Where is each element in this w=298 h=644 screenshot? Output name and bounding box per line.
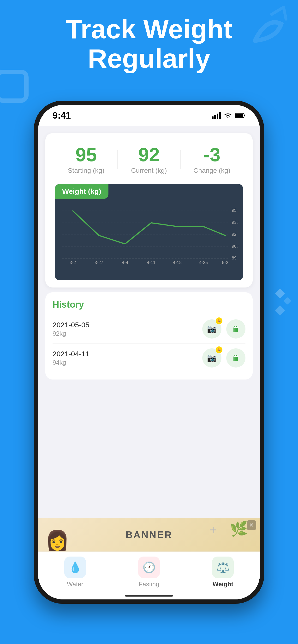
bg-decoration-left: [0, 67, 36, 110]
weight-icon: ⚖️: [216, 561, 230, 574]
svg-rect-3: [217, 114, 218, 119]
battery-icon: [235, 113, 245, 118]
banner-plus: +: [210, 523, 217, 537]
change-value: -3: [181, 145, 243, 164]
water-icon: 💧: [69, 561, 82, 574]
svg-text:3-27: 3-27: [95, 260, 103, 265]
change-label: Change (kg): [181, 167, 243, 174]
history-date-2: 2021-04-11: [53, 350, 89, 358]
stats-card: 95 Starting (kg) 92 Current (kg) -3 Chan…: [45, 133, 253, 288]
fasting-icon: 🕐: [142, 561, 156, 574]
history-item-2: 2021-04-11 94kg 📷 👑 🗑: [53, 344, 245, 372]
home-indicator: [125, 595, 173, 596]
chart-body: 95 93.5 92 90.5 89 3-2: [55, 199, 243, 280]
history-actions-2: 📷 👑 🗑: [202, 348, 245, 368]
history-actions-1: 📷 👑 🗑: [202, 319, 245, 338]
starting-label: Starting (kg): [55, 167, 117, 174]
svg-text:93.5: 93.5: [232, 220, 238, 225]
phone-screen: 9:41: [38, 105, 260, 600]
stat-change: -3 Change (kg): [181, 145, 243, 174]
nav-item-water[interactable]: 💧 Water: [38, 556, 112, 588]
weight-chart: Weight (kg) 95: [55, 184, 243, 280]
svg-text:95: 95: [232, 208, 237, 213]
starting-value: 95: [55, 145, 117, 164]
svg-text:90.5: 90.5: [232, 244, 238, 249]
camera-icon-2: 📷: [207, 354, 217, 362]
status-time: 9:41: [53, 110, 71, 121]
stat-starting: 95 Starting (kg): [55, 145, 117, 174]
svg-text:4-11: 4-11: [147, 260, 156, 265]
svg-text:3-2: 3-2: [70, 260, 76, 265]
nav-item-weight[interactable]: ⚖️ Weight: [186, 556, 260, 588]
weight-nav-label: Weight: [213, 580, 233, 588]
svg-rect-2: [214, 115, 216, 119]
wifi-icon: [224, 112, 232, 118]
svg-rect-7: [235, 114, 243, 117]
camera-icon-1: 📷: [207, 324, 217, 334]
history-item-info-2: 2021-04-11 94kg: [53, 350, 89, 366]
current-value: 92: [118, 145, 180, 164]
fasting-nav-icon-wrap: 🕐: [138, 556, 160, 578]
water-nav-icon-wrap: 💧: [64, 556, 86, 578]
crown-badge-2: 👑: [216, 346, 222, 353]
signal-icon: [212, 112, 221, 119]
weight-nav-icon-wrap: ⚖️: [212, 556, 234, 578]
history-weight-2: 94kg: [53, 359, 89, 366]
camera-button-2[interactable]: 📷 👑: [202, 348, 221, 368]
svg-text:5-2: 5-2: [222, 260, 228, 265]
banner-character: 👩: [45, 529, 69, 552]
svg-text:89: 89: [232, 256, 237, 260]
history-item: 2021-05-05 92kg 📷 👑 🗑: [53, 314, 245, 344]
delete-icon-2: 🗑: [232, 354, 240, 362]
delete-button-1[interactable]: 🗑: [226, 319, 245, 338]
stat-current: 92 Current (kg): [118, 145, 180, 174]
svg-rect-26: [275, 305, 285, 315]
banner-leaf: 🌿: [230, 520, 248, 538]
svg-rect-25: [275, 288, 285, 298]
delete-button-2[interactable]: 🗑: [226, 348, 245, 368]
water-nav-label: Water: [67, 580, 83, 588]
nav-item-fasting[interactable]: 🕐 Fasting: [112, 556, 186, 588]
delete-icon-1: 🗑: [232, 325, 240, 334]
history-weight-1: 92kg: [53, 330, 89, 337]
phone-mockup: 9:41: [34, 100, 264, 604]
history-title: History: [53, 300, 245, 310]
svg-rect-4: [219, 112, 221, 119]
chart-header: Weight (kg): [55, 184, 108, 199]
chart-svg: 95 93.5 92 90.5 89 3-2: [60, 204, 238, 266]
svg-text:4-4: 4-4: [122, 260, 128, 265]
svg-text:92: 92: [232, 232, 237, 237]
fasting-nav-label: Fasting: [139, 580, 159, 588]
current-label: Current (kg): [118, 167, 180, 174]
svg-rect-0: [0, 72, 26, 100]
svg-rect-6: [244, 114, 245, 116]
history-item-info: 2021-05-05 92kg: [53, 321, 89, 337]
bottom-nav: 💧 Water 🕐 Fasting ⚖️ Weight: [38, 552, 260, 600]
chart-title: Weight (kg): [62, 187, 101, 195]
svg-rect-27: [284, 297, 291, 304]
stats-row: 95 Starting (kg) 92 Current (kg) -3 Chan…: [55, 145, 243, 174]
camera-button-1[interactable]: 📷 👑: [202, 319, 221, 338]
crown-badge-1: 👑: [216, 318, 222, 324]
svg-text:4-18: 4-18: [173, 260, 182, 265]
history-section: History 2021-05-05 92kg 📷 👑 🗑: [45, 292, 253, 380]
screen-content: 95 Starting (kg) 92 Current (kg) -3 Chan…: [38, 126, 260, 600]
svg-text:4-25: 4-25: [199, 260, 208, 265]
banner-text: BANNER: [125, 530, 172, 540]
banner-close-button[interactable]: ✕: [247, 520, 256, 530]
svg-rect-1: [212, 116, 214, 119]
status-bar: 9:41: [38, 105, 260, 126]
status-icons: [212, 112, 245, 119]
bg-diamond-right: [274, 288, 293, 327]
hero-title: Track Weight Regularly: [0, 14, 298, 73]
banner: 👩 BANNER + 🌿 ✕: [38, 518, 260, 552]
history-date-1: 2021-05-05: [53, 321, 89, 329]
